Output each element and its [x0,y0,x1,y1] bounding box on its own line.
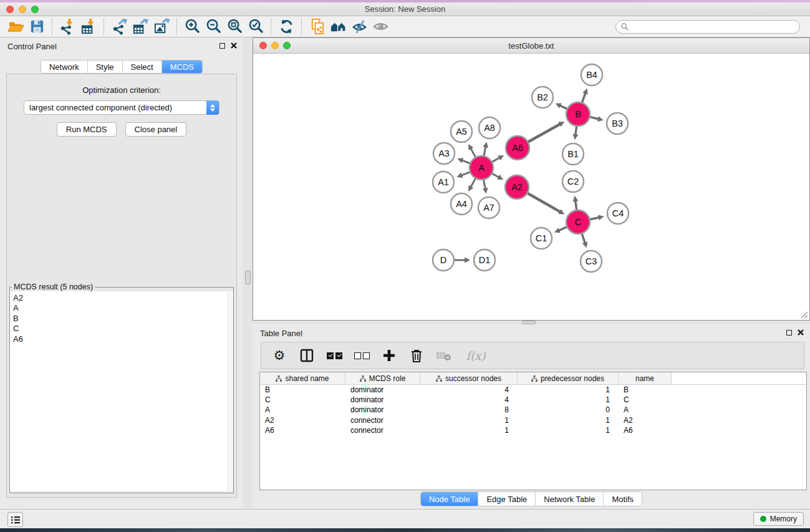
mcds-result-item[interactable]: C [10,324,233,334]
show-graphics-icon[interactable] [370,17,391,36]
edge-A-A5[interactable] [471,148,476,157]
add-column-icon[interactable] [381,347,397,364]
network-graph[interactable]: B4B2BB3A5A8A6A3B1AA1C2A2A4A7CC4C1C3DD1 [253,54,809,320]
save-session-icon[interactable] [26,17,47,36]
tab-mcds[interactable]: MCDS [162,60,202,73]
edge-A2-C[interactable] [527,193,560,211]
close-panel-icon[interactable] [231,42,237,49]
cell-shared-name[interactable]: A2 [260,416,345,425]
close-panel-button[interactable]: Close panel [125,122,187,137]
export-image-icon[interactable] [151,17,172,36]
cell-predecessor-nodes[interactable]: 1 [518,385,619,394]
cell-MCDS-role[interactable]: connector [345,426,420,435]
table-row[interactable]: Bdominator41B [260,385,806,395]
cell-name[interactable]: A [619,405,672,414]
task-history-button[interactable] [7,512,23,527]
delete-table-icon[interactable] [436,347,452,364]
close-window-button[interactable] [6,6,14,13]
edge-A-A4[interactable] [471,178,476,187]
column-header-successor-nodes[interactable]: successor nodes [420,372,518,384]
table-row[interactable]: Cdominator41C [260,395,806,405]
edge-B-B2[interactable] [560,105,567,109]
cell-shared-name[interactable]: A [260,405,345,414]
hide-style-icon[interactable] [349,17,370,36]
first-neighbors-icon[interactable] [327,17,349,36]
cell-successor-nodes[interactable]: 1 [420,416,518,425]
cell-predecessor-nodes[interactable]: 1 [518,416,619,425]
edge-C-C1[interactable] [559,227,567,231]
cell-predecessor-nodes[interactable]: 0 [518,405,619,414]
float-panel-icon[interactable] [219,43,225,49]
import-network-icon[interactable] [57,17,78,36]
export-table-icon[interactable] [130,17,151,36]
cell-MCDS-role[interactable]: connector [345,416,420,425]
tab-motifs[interactable]: Motifs [604,492,642,506]
zoom-window-button[interactable] [31,6,39,13]
cell-name[interactable]: A2 [619,416,672,425]
refresh-icon[interactable] [276,17,297,36]
function-builder-icon[interactable]: f(x) [463,347,488,364]
network-canvas[interactable]: B4B2BB3A5A8A6A3B1AA1C2A2A4A7CC4C1C3DD1 [253,54,809,320]
select-all-icon[interactable] [326,347,342,364]
cell-predecessor-nodes[interactable]: 1 [518,426,619,435]
search-input[interactable] [615,20,800,34]
mcds-result-item[interactable]: B [10,314,233,324]
cell-successor-nodes[interactable]: 8 [420,405,518,414]
criterion-dropdown[interactable]: largest connected component (directed) [24,100,219,115]
close-table-panel-icon[interactable] [798,329,804,336]
cell-MCDS-role[interactable]: dominator [345,395,420,404]
zoom-fit-icon[interactable] [224,17,245,36]
run-mcds-button[interactable]: Run MCDS [57,122,117,137]
deselect-all-icon[interactable] [354,347,370,364]
edge-A-A7[interactable] [484,180,486,189]
zoom-selected-icon[interactable] [245,17,266,36]
open-file-icon[interactable] [5,17,26,36]
cell-successor-nodes[interactable]: 1 [420,426,518,435]
table-row[interactable]: A6connector11A6 [260,425,806,435]
split-columns-icon[interactable] [299,347,315,364]
edge-A-A2[interactable] [492,173,499,177]
edge-C-C2[interactable] [576,201,577,210]
edge-A-A6[interactable] [492,158,499,162]
cell-MCDS-role[interactable]: dominator [345,405,420,414]
resize-grip-icon[interactable] [799,310,808,319]
delete-icon[interactable] [408,347,425,364]
float-table-panel-icon[interactable] [786,330,792,336]
export-network-icon[interactable] [108,17,130,36]
cell-name[interactable]: A6 [619,426,672,435]
edge-B-B1[interactable] [576,126,577,135]
gear-icon[interactable]: ⚙ [271,347,287,364]
tab-edge-table[interactable]: Edge Table [478,492,536,506]
import-table-icon[interactable] [78,17,99,36]
cell-name[interactable]: B [619,385,672,394]
cell-predecessor-nodes[interactable]: 1 [518,395,619,404]
zoom-out-icon[interactable] [203,17,224,36]
edge-A6-B[interactable] [528,124,561,142]
edge-C-C3[interactable] [582,233,585,243]
cell-shared-name[interactable]: B [260,385,345,394]
column-header-MCDS-role[interactable]: MCDS role [345,372,420,384]
minimize-window-button[interactable] [19,6,26,13]
cell-successor-nodes[interactable]: 4 [420,395,518,404]
tab-node-table[interactable]: Node Table [421,492,479,506]
column-header-name[interactable]: name [619,372,672,384]
column-header-predecessor-nodes[interactable]: predecessor nodes [518,372,619,384]
mcds-list-scrollbar[interactable] [228,291,233,491]
mcds-result-item[interactable]: A6 [10,334,233,344]
edge-A-A8[interactable] [484,147,486,156]
edge-B-B4[interactable] [582,93,586,103]
zoom-in-icon[interactable] [181,17,203,36]
cell-shared-name[interactable]: A6 [260,426,345,435]
edge-A-A3[interactable] [462,160,470,163]
mcds-result-item[interactable]: A2 [10,291,233,303]
mcds-result-item[interactable]: A [10,303,233,313]
edge-A-A1[interactable] [461,172,470,175]
tab-network-table[interactable]: Network Table [536,492,604,506]
tab-style[interactable]: Style [88,60,123,73]
table-row[interactable]: Adominator80A [260,405,806,415]
column-header-shared-name[interactable]: shared name [260,372,345,384]
cell-successor-nodes[interactable]: 4 [420,385,518,394]
duplicate-network-icon[interactable] [306,17,327,36]
table-row[interactable]: A2connector11A2 [260,415,806,425]
memory-button[interactable]: Memory [753,512,804,526]
